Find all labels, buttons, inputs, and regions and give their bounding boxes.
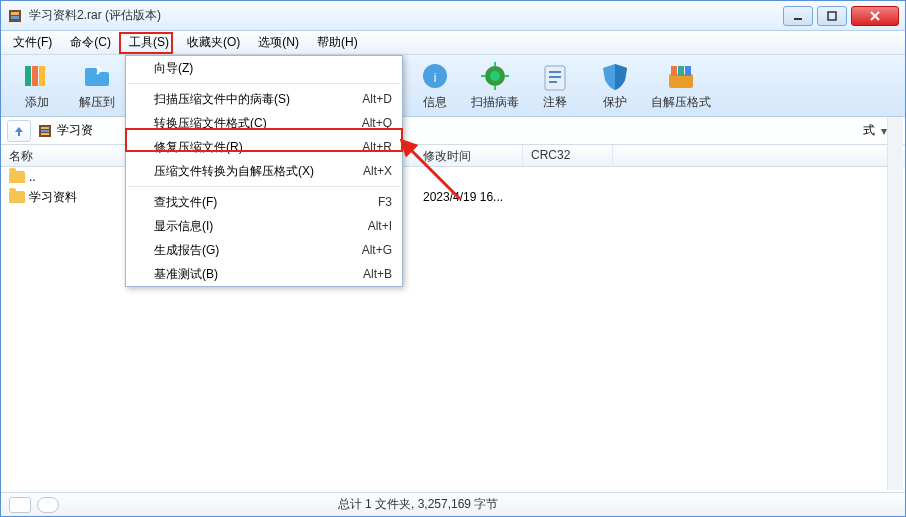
tool-scan-label: 扫描病毒 [471, 94, 519, 111]
sfx-icon [665, 60, 697, 92]
menu-commands[interactable]: 命令(C) [62, 31, 119, 54]
dd-wizard[interactable]: 向导(Z) [126, 56, 402, 80]
svg-rect-31 [41, 133, 49, 135]
svg-rect-27 [685, 66, 691, 76]
svg-rect-4 [828, 12, 836, 20]
svg-rect-1 [11, 12, 19, 15]
menu-options[interactable]: 选项(N) [250, 31, 307, 54]
dd-convert[interactable]: 转换压缩文件格式(C)Alt+Q [126, 111, 402, 135]
tool-extract-to[interactable]: 解压到 [67, 57, 127, 115]
dd-report[interactable]: 生成报告(G)Alt+G [126, 238, 402, 262]
svg-rect-7 [25, 66, 31, 86]
dd-benchmark[interactable]: 基准测试(B)Alt+B [126, 262, 402, 286]
tool-protect[interactable]: 保护 [585, 57, 645, 115]
item-name: .. [29, 170, 36, 184]
tool-protect-label: 保护 [603, 94, 627, 111]
close-button[interactable] [851, 6, 899, 26]
svg-rect-8 [32, 66, 38, 86]
info-icon: i [419, 60, 451, 92]
tool-comment-label: 注释 [543, 94, 567, 111]
col-crc[interactable]: CRC32 [523, 145, 613, 166]
tool-sfx-label: 自解压格式 [651, 94, 711, 111]
item-mtime: 2023/4/19 16... [415, 190, 523, 204]
svg-rect-9 [39, 66, 45, 86]
window-title: 学习资料2.rar (评估版本) [29, 7, 783, 24]
dd-convert-sfx[interactable]: 压缩文件转换为自解压格式(X)Alt+X [126, 159, 402, 183]
menu-file[interactable]: 文件(F) [5, 31, 60, 54]
menu-favorites[interactable]: 收藏夹(O) [179, 31, 248, 54]
path-text-value: 学习资 [57, 122, 93, 139]
folder-out-icon [81, 60, 113, 92]
menu-help[interactable]: 帮助(H) [309, 31, 366, 54]
svg-rect-24 [669, 74, 693, 88]
status-slot-2 [37, 497, 59, 513]
app-icon [7, 8, 23, 24]
window-controls [783, 6, 899, 26]
col-modified[interactable]: 修改时间 [415, 145, 523, 166]
nav-up-button[interactable] [7, 120, 31, 142]
svg-rect-26 [678, 66, 684, 76]
svg-rect-29 [41, 127, 49, 129]
svg-point-15 [490, 71, 500, 81]
svg-rect-11 [85, 68, 97, 74]
tool-sfx[interactable]: 自解压格式 [645, 57, 717, 115]
tool-info-label: 信息 [423, 94, 447, 111]
tool-info[interactable]: i 信息 [405, 57, 465, 115]
minimize-button[interactable] [783, 6, 813, 26]
tool-add-label: 添加 [25, 94, 49, 111]
menu-tools[interactable]: 工具(S) [121, 31, 177, 54]
folder-icon [9, 191, 25, 203]
dd-scan-virus[interactable]: 扫描压缩文件中的病毒(S)Alt+D [126, 87, 402, 111]
status-summary: 总计 1 文件夹, 3,257,169 字节 [338, 496, 499, 513]
shield-icon [599, 60, 631, 92]
tool-comment[interactable]: 注释 [525, 57, 585, 115]
dd-separator [128, 186, 400, 187]
virus-icon [479, 60, 511, 92]
tool-scan-virus[interactable]: 扫描病毒 [465, 57, 525, 115]
dd-repair[interactable]: 修复压缩文件(R)Alt+R [126, 135, 402, 159]
svg-text:i: i [434, 71, 437, 85]
svg-rect-25 [671, 66, 677, 76]
svg-rect-10 [85, 72, 109, 86]
books-icon [21, 60, 53, 92]
tools-dropdown: 向导(Z) 扫描压缩文件中的病毒(S)Alt+D 转换压缩文件格式(C)Alt+… [125, 55, 403, 287]
dd-show-info[interactable]: 显示信息(I)Alt+I [126, 214, 402, 238]
comment-icon [539, 60, 571, 92]
dd-separator [128, 83, 400, 84]
up-arrow-icon [12, 124, 26, 138]
dd-find[interactable]: 查找文件(F)F3 [126, 190, 402, 214]
maximize-button[interactable] [817, 6, 847, 26]
svg-rect-2 [11, 16, 19, 19]
path-suffix: 式 [863, 122, 875, 139]
folder-icon [9, 171, 25, 183]
menu-bar: 文件(F) 命令(C) 工具(S) 收藏夹(O) 选项(N) 帮助(H) [1, 31, 905, 55]
title-bar: 学习资料2.rar (评估版本) [1, 1, 905, 31]
archive-icon [37, 123, 53, 139]
tool-extract-label: 解压到 [79, 94, 115, 111]
tool-add[interactable]: 添加 [7, 57, 67, 115]
status-slot-1 [9, 497, 31, 513]
app-window: 学习资料2.rar (评估版本) 文件(F) 命令(C) 工具(S) 收藏夹(O… [0, 0, 906, 517]
svg-rect-30 [41, 130, 49, 132]
item-name: 学习资料 [29, 189, 77, 206]
vertical-scrollbar[interactable] [887, 117, 903, 490]
status-bar: 总计 1 文件夹, 3,257,169 字节 [1, 492, 905, 516]
